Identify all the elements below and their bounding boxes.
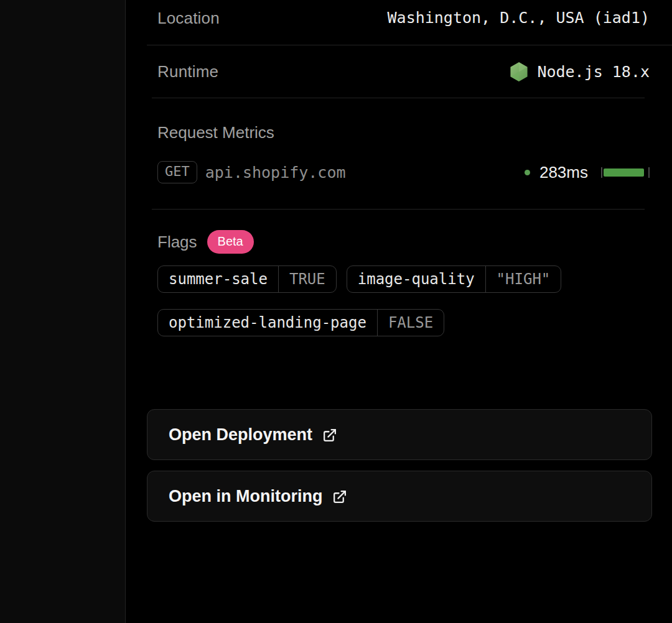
open-in-monitoring-button[interactable]: Open in Monitoring: [147, 471, 652, 522]
flag-chips: summer-sale TRUE image-quality "HIGH" op…: [157, 265, 568, 336]
request-endpoint: GET api.shopify.com: [157, 161, 346, 183]
latency-value: 283ms: [539, 163, 588, 182]
external-link-icon: [322, 428, 337, 443]
flag-chip-image-quality[interactable]: image-quality "HIGH": [347, 265, 562, 293]
latency-bar-fill: [604, 168, 644, 177]
flag-value: "HIGH": [485, 266, 561, 292]
nodejs-icon: [510, 62, 528, 81]
flag-chip-optimized-landing-page[interactable]: optimized-landing-page FALSE: [157, 309, 444, 336]
flag-name: summer-sale: [158, 266, 278, 292]
status-dot: [525, 170, 530, 175]
flags-title: Flags: [157, 233, 197, 252]
flags-section: Flags Beta summer-sale TRUE image-qualit…: [157, 230, 650, 336]
request-metrics-title: Request Metrics: [157, 123, 650, 142]
runtime-label: Runtime: [157, 62, 218, 81]
flag-value: TRUE: [278, 266, 336, 292]
runtime-version: Node.js 18.x: [537, 63, 650, 81]
request-url: api.shopify.com: [205, 164, 346, 182]
beta-badge: Beta: [207, 230, 254, 254]
runtime-row: Runtime Node.js 18.x: [157, 45, 650, 98]
location-value: Washington, D.C., USA (iad1): [388, 9, 650, 27]
open-deployment-button[interactable]: Open Deployment: [147, 409, 652, 460]
request-row: GET api.shopify.com 283ms: [157, 159, 650, 186]
location-label: Location: [157, 9, 220, 28]
action-buttons: Open Deployment Open in Monitoring: [147, 409, 652, 522]
location-row: Location Washington, D.C., USA (iad1): [157, 0, 650, 28]
flag-chip-summer-sale[interactable]: summer-sale TRUE: [157, 265, 337, 293]
left-rail: [0, 0, 126, 623]
http-method-badge: GET: [157, 161, 197, 183]
divider: [152, 209, 645, 210]
open-deployment-label: Open Deployment: [169, 425, 312, 445]
request-metrics-section: Request Metrics GET api.shopify.com 283m…: [157, 123, 650, 186]
request-latency-group: 283ms: [525, 163, 650, 182]
flag-value: FALSE: [377, 310, 444, 336]
external-link-icon: [332, 489, 347, 505]
runtime-value: Node.js 18.x: [510, 62, 650, 81]
flags-header: Flags Beta: [157, 230, 650, 254]
flag-name: optimized-landing-page: [158, 310, 377, 336]
latency-bar: [601, 167, 650, 178]
deployment-details-panel: Location Washington, D.C., USA (iad1) Ru…: [126, 0, 672, 623]
flag-name: image-quality: [347, 266, 485, 292]
divider: [152, 98, 645, 98]
open-in-monitoring-label: Open in Monitoring: [169, 487, 322, 506]
